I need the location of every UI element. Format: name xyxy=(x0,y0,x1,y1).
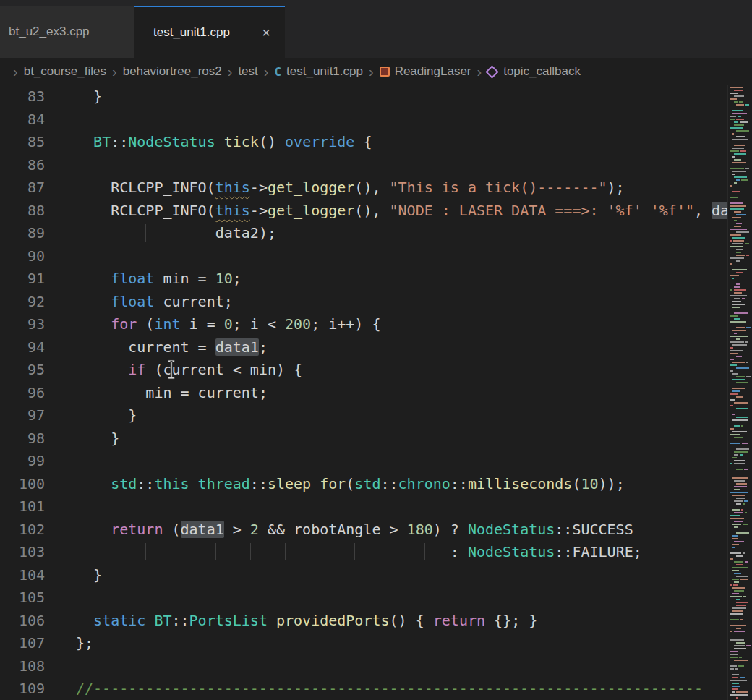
line-number[interactable]: 100 xyxy=(0,473,45,496)
line-number[interactable]: 104 xyxy=(0,564,45,587)
minimap-line xyxy=(730,443,740,444)
code-token: ::SUCCESS xyxy=(555,521,633,538)
line-number[interactable]: 103 xyxy=(0,541,45,564)
code-line[interactable]: 95 if (current < min) { xyxy=(0,359,752,382)
line-number[interactable]: 109 xyxy=(0,678,45,700)
line-number[interactable]: 84 xyxy=(0,108,45,132)
code-line[interactable]: 102 return (data1 > 2 && robotAngle > 18… xyxy=(0,518,752,542)
code-line-text[interactable]: static BT::PortsList providedPorts() { r… xyxy=(45,610,537,633)
code-line-text[interactable] xyxy=(45,495,76,518)
code-line[interactable]: 84 xyxy=(0,108,752,132)
code-line[interactable]: 101 xyxy=(0,495,752,518)
code-line[interactable]: 103 : NodeStatus::FAILURE; xyxy=(0,541,752,564)
line-number[interactable]: 101 xyxy=(0,495,45,518)
code-line-text[interactable]: float current; xyxy=(45,291,233,314)
code-line[interactable]: 91 float min = 10; xyxy=(0,268,752,291)
code-line-text[interactable]: } xyxy=(45,564,102,587)
code-line-text[interactable]: min = current; xyxy=(45,382,268,405)
line-number[interactable]: 85 xyxy=(0,131,45,154)
tab-bt_u2_ex3[interactable]: bt_u2_ex3.cpp xyxy=(0,6,134,58)
code-line[interactable]: 105 xyxy=(0,586,752,610)
chevron-right-icon: › xyxy=(13,64,18,79)
code-line[interactable]: 100 std::this_thread::sleep_for(std::chr… xyxy=(0,473,752,496)
code-line[interactable]: 97 } xyxy=(0,404,752,427)
breadcrumb-item-test_unit1.cpp[interactable]: Ctest_unit1.cpp xyxy=(274,64,363,79)
code-line-text[interactable]: return (data1 > 2 && robotAngle > 180) ?… xyxy=(45,518,633,542)
code-line-text[interactable]: } xyxy=(45,404,137,427)
minimap-line xyxy=(730,98,737,100)
line-number[interactable]: 99 xyxy=(0,450,45,473)
code-line-text[interactable]: : NodeStatus::FAILURE; xyxy=(45,541,642,564)
code-line[interactable]: 93 for (int i = 0; i < 200; i++) { xyxy=(0,313,752,336)
line-number[interactable]: 83 xyxy=(0,85,45,108)
code-token: get_logger xyxy=(268,202,354,219)
code-line[interactable]: 88 RCLCPP_INFO(this->get_logger(), "NODE… xyxy=(0,200,752,223)
line-number[interactable]: 96 xyxy=(0,382,45,405)
code-line[interactable]: 108 xyxy=(0,655,752,678)
code-line-text[interactable]: for (int i = 0; i < 200; i++) { xyxy=(45,313,380,336)
line-number[interactable]: 89 xyxy=(0,222,45,245)
close-icon[interactable]: × xyxy=(259,24,273,41)
line-number[interactable]: 88 xyxy=(0,200,45,223)
code-line[interactable]: 89 data2); xyxy=(0,222,752,245)
code-line-text[interactable] xyxy=(45,450,76,473)
line-number[interactable]: 102 xyxy=(0,518,45,542)
breadcrumb-item-bt_course_files[interactable]: bt_course_files xyxy=(24,64,106,79)
breadcrumb-item-test[interactable]: test xyxy=(238,64,257,79)
code-line[interactable]: 83 } xyxy=(0,85,752,108)
code-line-text[interactable]: RCLCPP_INFO(this->get_logger(), "This is… xyxy=(45,176,625,200)
code-line-text[interactable]: } xyxy=(45,85,102,108)
minimap-line xyxy=(730,639,744,641)
line-number[interactable]: 93 xyxy=(0,313,45,336)
line-number[interactable]: 95 xyxy=(0,359,45,382)
line-number[interactable]: 98 xyxy=(0,427,45,451)
code-area[interactable]: 83 }8485 BT::NodeStatus tick() override … xyxy=(0,85,752,700)
code-line-text[interactable] xyxy=(45,245,76,268)
minimap-line xyxy=(732,330,746,331)
code-line-text[interactable] xyxy=(45,655,76,678)
code-line[interactable]: 87 RCLCPP_INFO(this->get_logger(), "This… xyxy=(0,176,752,200)
code-line-text[interactable]: current = data1; xyxy=(45,336,268,359)
minimap-line xyxy=(736,214,746,215)
code-line[interactable]: 107}; xyxy=(0,632,752,655)
code-token: -> xyxy=(250,179,268,196)
code-line[interactable]: 106 static BT::PortsList providedPorts()… xyxy=(0,610,752,633)
code-line[interactable]: 86 xyxy=(0,154,752,177)
code-line[interactable]: 99 xyxy=(0,450,752,473)
line-number[interactable]: 90 xyxy=(0,245,45,268)
code-line[interactable]: 85 BT::NodeStatus tick() override { xyxy=(0,131,752,154)
code-line-text[interactable] xyxy=(45,586,76,610)
minimap[interactable] xyxy=(727,85,752,700)
code-line-text[interactable]: data2); xyxy=(45,222,276,245)
code-line[interactable]: 98 } xyxy=(0,427,752,451)
code-line-text[interactable]: } xyxy=(45,427,119,451)
code-line[interactable]: 94 current = data1; xyxy=(0,336,752,359)
code-line-text[interactable]: }; xyxy=(45,632,93,655)
line-number[interactable]: 92 xyxy=(0,291,45,314)
code-line-text[interactable]: std::this_thread::sleep_for(std::chrono:… xyxy=(45,473,625,496)
line-number[interactable]: 107 xyxy=(0,632,45,655)
code-line-text[interactable]: float min = 10; xyxy=(45,268,242,291)
line-number[interactable]: 86 xyxy=(0,154,45,177)
code-line[interactable]: 92 float current; xyxy=(0,291,752,314)
code-line[interactable]: 90 xyxy=(0,245,752,268)
line-number[interactable]: 87 xyxy=(0,176,45,200)
breadcrumb-item-ReadingLaser[interactable]: ReadingLaser xyxy=(380,64,471,79)
line-number[interactable]: 94 xyxy=(0,336,45,359)
code-line-text[interactable]: BT::NodeStatus tick() override { xyxy=(45,131,372,154)
line-number[interactable]: 108 xyxy=(0,655,45,678)
tab-test_unit1[interactable]: test_unit1.cpp × xyxy=(134,6,285,58)
code-line[interactable]: 96 min = current; xyxy=(0,382,752,405)
code-line-text[interactable] xyxy=(45,108,76,132)
line-number[interactable]: 105 xyxy=(0,586,45,610)
line-number[interactable]: 91 xyxy=(0,268,45,291)
code-line[interactable]: 109//-----------------------------------… xyxy=(0,678,752,700)
line-number[interactable]: 97 xyxy=(0,404,45,427)
breadcrumb-item-topic_callback[interactable]: topic_callback xyxy=(487,64,581,79)
breadcrumb-item-behaviortree_ros2[interactable]: behaviortree_ros2 xyxy=(123,64,222,79)
code-line-text[interactable]: //--------------------------------------… xyxy=(45,678,703,700)
code-line[interactable]: 104 } xyxy=(0,564,752,587)
code-line-text[interactable] xyxy=(45,154,76,177)
code-line-text[interactable]: RCLCPP_INFO(this->get_logger(), "NODE : … xyxy=(45,200,752,223)
line-number[interactable]: 106 xyxy=(0,610,45,633)
